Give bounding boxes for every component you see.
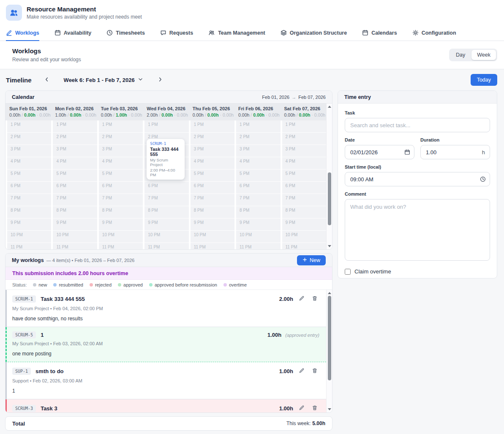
hour-cell[interactable]: 3 PM [99, 145, 143, 157]
scroll-up-icon[interactable] [328, 292, 331, 294]
hour-cell[interactable]: 4 PM [53, 157, 97, 169]
tab-timesheets[interactable]: Timesheets [106, 25, 145, 41]
hour-cell[interactable]: 7 PM [236, 194, 280, 206]
hour-cell[interactable]: 7 PM [144, 194, 188, 206]
hour-cell[interactable]: 11 PM [99, 243, 143, 249]
tab-organization-structure[interactable]: Organization Structure [281, 25, 347, 41]
hour-cell[interactable]: 3 PM [282, 145, 326, 157]
hour-cell[interactable]: 9 PM [99, 218, 143, 231]
hour-cell[interactable]: 11 PM [191, 243, 234, 249]
edit-entry-button[interactable] [297, 294, 306, 303]
hour-cell[interactable]: 9 PM [236, 218, 280, 231]
tab-configuration[interactable]: Configuration [412, 25, 456, 41]
hour-cell[interactable]: 6 PM [191, 182, 234, 194]
hour-cell[interactable]: 9 PM [53, 218, 97, 231]
hour-cell[interactable]: 7 PM [7, 194, 51, 206]
hour-cell[interactable]: 1 PM [144, 120, 188, 133]
hour-cell[interactable]: 2 PM [282, 133, 326, 145]
hour-cell[interactable]: 8 PM [282, 206, 326, 218]
task-search-input[interactable] [345, 118, 490, 132]
hour-cell[interactable]: 2 PM [191, 133, 234, 145]
hour-cell[interactable]: 3 PM [236, 145, 280, 157]
hour-cell[interactable]: 2 PM [7, 133, 51, 145]
hour-cell[interactable]: 1 PM [99, 120, 143, 133]
calendar-event-card[interactable]: SCRUM-1 Task 333 444 555 My Scrum Projec… [147, 139, 185, 180]
hour-cell[interactable]: 10 PM [53, 231, 97, 243]
hour-cell[interactable]: 10 PM [282, 231, 326, 243]
hour-cell[interactable]: 10 PM [236, 231, 280, 243]
hour-cell[interactable]: 11 PM [282, 243, 326, 249]
toggle-week[interactable]: Week [471, 50, 496, 60]
hour-cell[interactable]: 6 PM [144, 182, 188, 194]
hour-cell[interactable]: 10 PM [99, 231, 143, 243]
hour-cell[interactable]: 5 PM [99, 169, 143, 182]
worklogs-scroll-thumb[interactable] [328, 296, 331, 380]
start-time-input[interactable] [345, 172, 490, 186]
hour-cell[interactable]: 5 PM [191, 169, 234, 182]
hour-cell[interactable]: 5 PM [53, 169, 97, 182]
delete-entry-button[interactable] [310, 294, 319, 303]
hour-cell[interactable]: 2 PM [99, 133, 143, 145]
hour-cell[interactable]: 7 PM [282, 194, 326, 206]
calendar-scrollbar[interactable] [326, 104, 332, 249]
hour-cell[interactable]: 10 PM [144, 231, 188, 243]
next-week-button[interactable] [154, 74, 166, 86]
hour-cell[interactable]: 1 PM [7, 120, 51, 133]
hour-cell[interactable]: 2 PM [53, 133, 97, 145]
scroll-down-icon[interactable] [328, 245, 331, 247]
scroll-down-icon[interactable] [328, 408, 331, 410]
hour-cell[interactable]: 11 PM [236, 243, 280, 249]
hour-cell[interactable]: 7 PM [53, 194, 97, 206]
hour-cell[interactable]: 8 PM [144, 206, 188, 218]
duration-input[interactable] [420, 145, 490, 159]
hour-cell[interactable]: 10 PM [7, 231, 51, 243]
scroll-up-icon[interactable] [328, 106, 331, 108]
edit-entry-button[interactable] [297, 404, 306, 412]
tab-team-management[interactable]: Team Management [208, 25, 265, 41]
delete-entry-button[interactable] [310, 366, 319, 376]
worklogs-scrollbar[interactable] [326, 290, 332, 412]
hour-cell[interactable]: 4 PM [236, 157, 280, 169]
hour-cell[interactable]: 1 PM [191, 120, 234, 133]
tab-calendars[interactable]: Calendars [362, 25, 397, 41]
calendar-scroll-thumb[interactable] [328, 172, 331, 225]
new-worklog-button[interactable]: New [297, 255, 326, 265]
hour-cell[interactable]: 11 PM [7, 243, 51, 249]
hour-cell[interactable]: 5 PM [282, 169, 326, 182]
tab-requests[interactable]: Requests [160, 25, 193, 41]
hour-cell[interactable]: 1 PM [236, 120, 280, 133]
hour-cell[interactable]: 8 PM [7, 206, 51, 218]
week-selector[interactable]: Week 6: Feb 1 - Feb 7, 2026 [59, 76, 148, 83]
edit-entry-button[interactable] [297, 366, 306, 376]
hour-cell[interactable]: 11 PM [144, 243, 188, 249]
hour-cell[interactable]: 6 PM [7, 182, 51, 194]
hour-cell[interactable]: 3 PM [53, 145, 97, 157]
claim-overtime-checkbox[interactable] [345, 269, 351, 275]
hour-cell[interactable]: 11 PM [53, 243, 97, 249]
hour-cell[interactable]: 5 PM [236, 169, 280, 182]
hour-cell[interactable]: 8 PM [99, 206, 143, 218]
hour-cell[interactable]: 8 PM [236, 206, 280, 218]
hour-cell[interactable]: 3 PM [191, 145, 234, 157]
delete-entry-button[interactable] [310, 404, 319, 412]
tab-worklogs[interactable]: Worklogs [6, 25, 39, 41]
hour-cell[interactable]: 4 PM [99, 157, 143, 169]
tab-availability[interactable]: Availability [54, 25, 92, 41]
hour-cell[interactable]: 6 PM [53, 182, 97, 194]
hour-cell[interactable]: 8 PM [53, 206, 97, 218]
comment-textarea[interactable] [345, 199, 490, 261]
hour-cell[interactable]: 6 PM [282, 182, 326, 194]
hour-cell[interactable]: 6 PM [99, 182, 143, 194]
hour-cell[interactable]: 9 PM [282, 218, 326, 231]
prev-week-button[interactable] [41, 74, 53, 86]
hour-cell[interactable]: 8 PM [191, 206, 234, 218]
hour-cell[interactable]: 7 PM [99, 194, 143, 206]
hour-cell[interactable]: 9 PM [144, 218, 188, 231]
hour-cell[interactable]: 1 PM [282, 120, 326, 133]
calendar-icon[interactable] [404, 149, 410, 155]
toggle-day[interactable]: Day [450, 50, 471, 60]
hour-cell[interactable]: 9 PM [7, 218, 51, 231]
hour-cell[interactable]: 6 PM [236, 182, 280, 194]
today-button[interactable]: Today [471, 74, 497, 86]
hour-cell[interactable]: 4 PM [282, 157, 326, 169]
